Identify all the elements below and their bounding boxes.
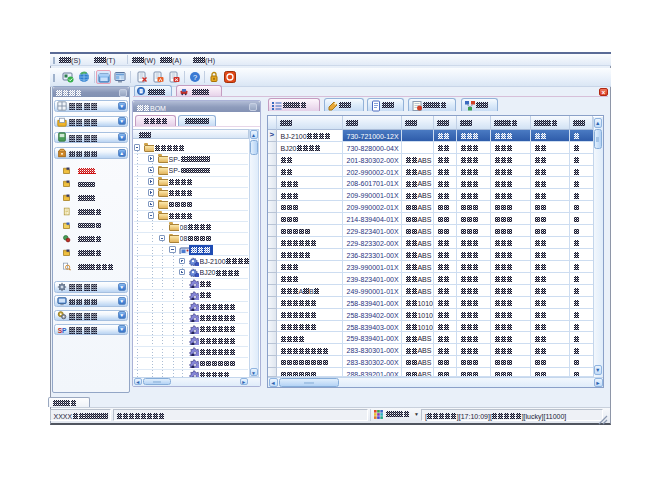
svg-text:P: P (62, 326, 67, 333)
svg-text:?: ? (192, 73, 196, 82)
